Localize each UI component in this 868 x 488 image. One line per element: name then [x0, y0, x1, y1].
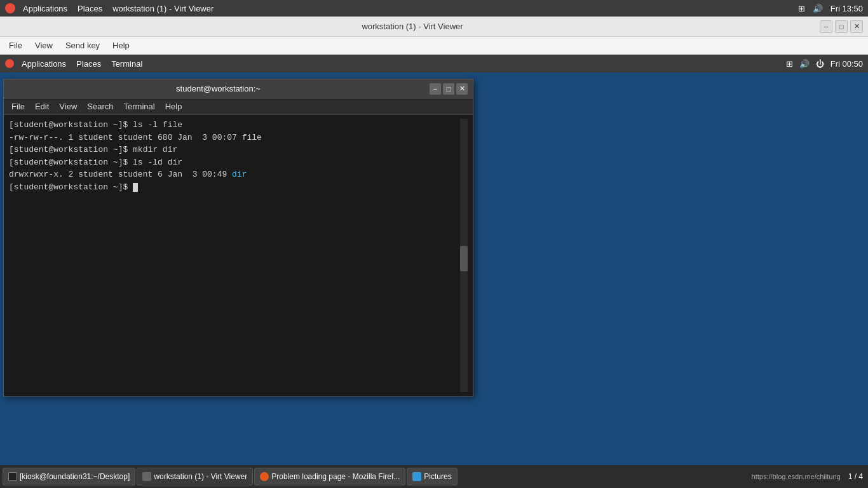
terminal-titlebar: student@workstation:~ − □ ✕: [4, 79, 473, 98]
host-places-menu[interactable]: Places: [72, 0, 107, 17]
virt-menubar: File View Send key Help: [0, 37, 868, 55]
term-search-menu[interactable]: Search: [82, 100, 118, 112]
virt-window-title: workstation (1) - Virt Viewer: [5, 22, 820, 31]
host-task-pictures-label: Pictures: [424, 472, 451, 481]
terminal-cursor: [133, 183, 138, 192]
terminal-text-area: [student@workstation ~]$ ls -l file -rw-…: [9, 119, 460, 392]
vm-terminal-menu[interactable]: Terminal: [106, 55, 147, 72]
vm-app-icon: [5, 59, 14, 68]
term-edit-menu[interactable]: Edit: [30, 100, 54, 112]
host-task-pictures-icon: [412, 472, 421, 481]
terminal-scrollbar[interactable]: [460, 119, 468, 392]
host-page-number: 1 / 4: [846, 472, 865, 481]
terminal-minimize-button[interactable]: −: [430, 83, 441, 95]
term-help-menu[interactable]: Help: [160, 100, 187, 112]
term-line-4: [student@workstation ~]$ ls -ld dir: [9, 156, 460, 169]
vm-power-icon: ⏻: [816, 59, 824, 69]
host-window-title: workstation (1) - Virt Viewer: [107, 0, 219, 17]
vm-places-menu[interactable]: Places: [71, 55, 106, 72]
host-task-terminal-icon: [8, 472, 17, 481]
host-task-virt[interactable]: workstation (1) - Virt Viewer: [137, 468, 253, 485]
host-topbar: Applications Places workstation (1) - Vi…: [0, 0, 868, 17]
virt-help-menu[interactable]: Help: [106, 39, 136, 51]
vm-content-area: Applications Places Terminal ⊞ 🔊 ⏻ Fri 0…: [0, 55, 868, 488]
host-task-terminal[interactable]: [kiosk@foundation31:~/Desktop]: [3, 468, 135, 485]
terminal-scrollbar-thumb[interactable]: [460, 246, 468, 271]
host-network-icon: ⊞: [798, 4, 805, 13]
vm-desktop: student@workstation:~ − □ ✕ File Edit Vi…: [0, 72, 868, 466]
host-task-pictures[interactable]: Pictures: [407, 468, 457, 485]
minimize-button[interactable]: −: [820, 20, 832, 33]
term-line-2: -rw-rw-r--. 1 student student 680 Jan 3 …: [9, 132, 460, 144]
term-line-3: [student@workstation ~]$ mkdir dir: [9, 144, 460, 156]
virt-titlebar: workstation (1) - Virt Viewer − □ ✕: [0, 17, 868, 37]
term-line-5: drwxrwxr-x. 2 student student 6 Jan 3 00…: [9, 168, 460, 181]
close-button[interactable]: ✕: [850, 20, 863, 33]
host-url-bar: https://blog.esdn.me/chiitung: [748, 473, 844, 480]
terminal-menubar: File Edit View Search Terminal Help: [4, 98, 473, 115]
host-task-firefox-icon: [260, 472, 269, 481]
host-clock: Fri 13:50: [831, 4, 863, 13]
host-task-firefox-label: Problem loading page - Mozilla Firef...: [271, 472, 400, 481]
vm-network-icon: ⊞: [786, 59, 793, 69]
term-line-1: [student@workstation ~]$ ls -l file: [9, 119, 460, 132]
term-terminal-menu[interactable]: Terminal: [119, 100, 160, 112]
maximize-button[interactable]: □: [835, 20, 848, 33]
virt-file-menu[interactable]: File: [3, 39, 29, 51]
host-task-terminal-label: [kiosk@foundation31:~/Desktop]: [20, 472, 130, 481]
host-taskbar: [kiosk@foundation31:~/Desktop] workstati…: [0, 465, 868, 488]
virt-sendkey-menu[interactable]: Send key: [59, 39, 106, 51]
term-line-6: [student@workstation ~]$: [9, 181, 460, 194]
host-task-firefox[interactable]: Problem loading page - Mozilla Firef...: [254, 468, 405, 485]
virt-view-menu[interactable]: View: [29, 39, 59, 51]
term-view-menu[interactable]: View: [54, 100, 82, 112]
vm-topbar: Applications Places Terminal ⊞ 🔊 ⏻ Fri 0…: [0, 55, 868, 72]
vm-volume-icon: 🔊: [799, 59, 810, 69]
terminal-maximize-button[interactable]: □: [443, 83, 454, 95]
terminal-window: student@workstation:~ − □ ✕ File Edit Vi…: [3, 79, 473, 396]
terminal-content[interactable]: [student@workstation ~]$ ls -l file -rw-…: [4, 115, 473, 396]
host-app-icon: [5, 3, 15, 13]
terminal-close-button[interactable]: ✕: [456, 83, 468, 95]
vm-applications-menu[interactable]: Applications: [17, 55, 71, 72]
term-file-menu[interactable]: File: [6, 100, 30, 112]
host-task-virt-icon: [142, 472, 151, 481]
terminal-title: student@workstation:~: [9, 84, 428, 93]
term-dir-highlight: dir: [232, 170, 247, 179]
host-task-virt-label: workstation (1) - Virt Viewer: [154, 472, 247, 481]
host-volume-icon: 🔊: [813, 4, 823, 13]
vm-clock: Fri 00:50: [831, 59, 863, 69]
virt-viewer-window: workstation (1) - Virt Viewer − □ ✕ File…: [0, 17, 868, 488]
host-applications-menu[interactable]: Applications: [18, 0, 72, 17]
window-controls: − □ ✕: [820, 20, 863, 33]
